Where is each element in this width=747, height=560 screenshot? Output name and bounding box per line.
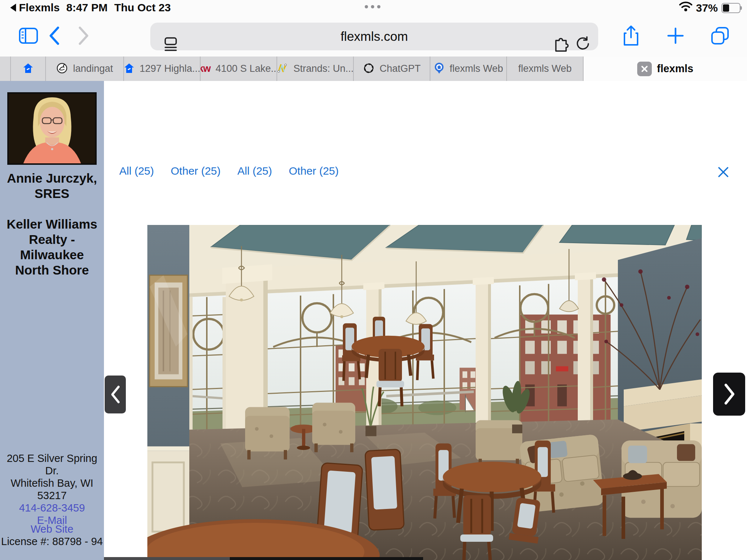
- filter-all-1[interactable]: All (25): [119, 165, 154, 177]
- swan-icon: [56, 62, 68, 75]
- forward-button[interactable]: [73, 15, 95, 57]
- page-content: Annie Jurczyk, SRES Keller Williams Real…: [0, 81, 747, 560]
- address-line-3: 53217: [0, 489, 104, 502]
- browser-tab-strands[interactable]: Strands: Un...: [277, 57, 354, 81]
- status-bar: Flexmls 8:47 PM Thu Oct 23 37%: [0, 0, 747, 15]
- safari-toolbar: flexmls.com: [0, 15, 747, 57]
- date: Thu Oct 23: [114, 1, 171, 14]
- tab-label: flexmls: [657, 63, 693, 75]
- filter-other-1[interactable]: Other (25): [171, 165, 221, 177]
- close-gallery-icon[interactable]: [715, 164, 731, 180]
- tab-label: 1297 Highla...: [140, 63, 201, 74]
- phone-link[interactable]: 414-628-3459: [0, 502, 104, 514]
- flexmls-pin-icon: [434, 62, 445, 75]
- gallery-filter-row: All (25) Other (25) All (25) Other (25): [119, 165, 339, 177]
- back-button[interactable]: [43, 15, 65, 57]
- browser-tab-1297-highland[interactable]: 1297 Highla...: [124, 57, 201, 81]
- agent-footer-block: Web Site License #: 88798 - 94: [0, 523, 104, 548]
- strands-icon: [277, 62, 288, 75]
- bottom-partial-bar: [104, 557, 230, 560]
- browser-tab-chatgpt[interactable]: ChatGPT: [354, 57, 430, 81]
- tab-label: Strands: Un...: [293, 63, 353, 74]
- share-button[interactable]: [620, 15, 642, 57]
- back-to-app-icon: [10, 4, 16, 12]
- filter-other-2[interactable]: Other (25): [289, 165, 339, 177]
- clock: 8:47 PM: [66, 1, 108, 14]
- tab-label: 4100 S Lake...: [216, 63, 277, 74]
- agent-contact-block: 205 E Silver Spring Dr. Whitefish Bay, W…: [0, 452, 104, 526]
- tab-label: landingat: [73, 63, 113, 74]
- license-number: License #: 88798 - 94: [0, 535, 104, 548]
- agent-company: Keller Williams Realty - Milwaukee North…: [4, 217, 100, 278]
- back-to-app-button[interactable]: Flexmls: [10, 1, 60, 14]
- website-link[interactable]: Web Site: [0, 523, 104, 535]
- previous-photo-button[interactable]: [105, 376, 126, 413]
- tab-label: flexmls Web: [518, 63, 572, 74]
- sidebar-toggle-button[interactable]: [18, 15, 39, 57]
- new-tab-button[interactable]: [665, 15, 686, 57]
- tab-label: flexmls Web: [450, 63, 503, 74]
- keller-williams-icon: kw: [201, 63, 210, 74]
- ipad-screen: Flexmls 8:47 PM Thu Oct 23 37%: [0, 0, 747, 560]
- battery-percent: 37%: [696, 2, 718, 14]
- agent-portrait: [7, 92, 97, 165]
- browser-tab-flexmls-web-1[interactable]: flexmls Web: [430, 57, 507, 81]
- browser-tab-4100-s-lake[interactable]: kw 4100 S Lake...: [201, 57, 277, 81]
- agent-name: Annie Jurczyk, SRES: [0, 171, 104, 201]
- zillow-icon: [124, 63, 135, 75]
- photo-gallery: All (25) Other (25) All (25) Other (25): [104, 81, 747, 560]
- agent-sidebar: Annie Jurczyk, SRES Keller Williams Real…: [0, 81, 104, 560]
- browser-tab-flexmls-active[interactable]: flexmls: [584, 57, 747, 81]
- browser-tab-pinned-zillow[interactable]: [11, 57, 46, 81]
- wifi-icon: [679, 1, 692, 14]
- next-photo-button[interactable]: [713, 373, 745, 416]
- browser-tab-stub[interactable]: [0, 57, 11, 81]
- browser-tab-landing[interactable]: landingat: [46, 57, 124, 81]
- openai-icon: [363, 62, 375, 75]
- address-line-1: 205 E Silver Spring Dr.: [0, 452, 104, 477]
- address-bar[interactable]: flexmls.com: [150, 23, 598, 50]
- listing-photo: [147, 225, 702, 560]
- filter-all-2[interactable]: All (25): [237, 165, 272, 177]
- battery-icon: [721, 3, 740, 13]
- tab-bar: landingat 1297 Highla... kw 4100 S Lake.…: [0, 57, 747, 81]
- tab-label: ChatGPT: [380, 63, 421, 74]
- address-line-2: Whitefish Bay, WI: [0, 477, 104, 489]
- tab-overview-button[interactable]: [709, 15, 731, 57]
- zillow-icon: [23, 63, 34, 75]
- close-tab-icon[interactable]: [637, 62, 652, 76]
- browser-tab-flexmls-web-2[interactable]: flexmls Web: [507, 57, 584, 81]
- multitask-indicator-icon[interactable]: [365, 5, 380, 8]
- url-text: flexmls.com: [150, 29, 598, 44]
- back-to-app-label: Flexmls: [19, 1, 60, 14]
- bottom-partial-bar-dark: [230, 557, 423, 560]
